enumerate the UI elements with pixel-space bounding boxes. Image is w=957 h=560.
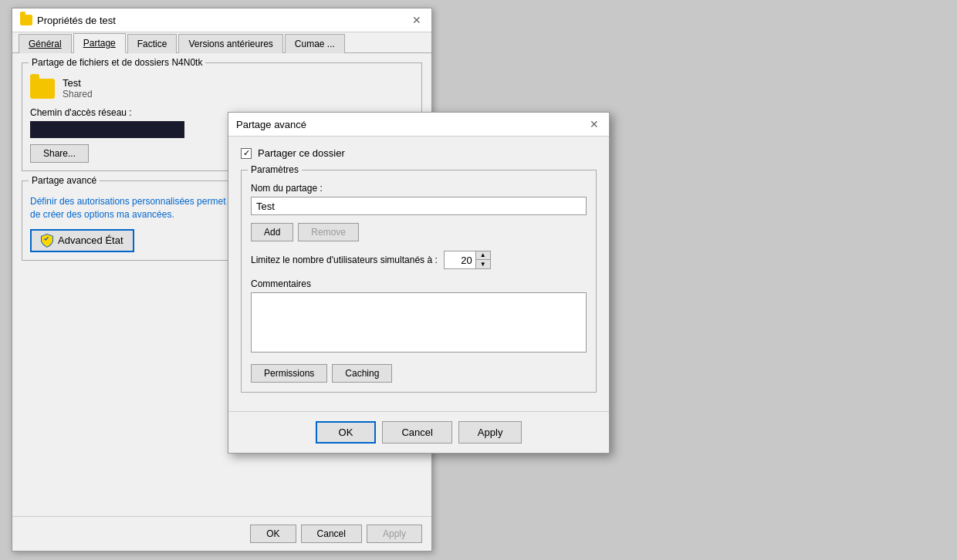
- share-button[interactable]: Share...: [30, 144, 89, 163]
- advanced-button[interactable]: Advanced État: [30, 229, 134, 252]
- perms-cache-row: Permissions Caching: [251, 364, 587, 383]
- remove-button[interactable]: Remove: [298, 223, 359, 241]
- folder-names: Test Shared: [63, 77, 93, 100]
- adv-apply-button[interactable]: Apply: [458, 421, 522, 444]
- checkbox-row: Partager ce dossier: [241, 147, 597, 159]
- share-folder-checkbox[interactable]: [241, 148, 252, 159]
- tabs-row: Général Partage Factice Versions antérie…: [12, 32, 431, 53]
- add-button[interactable]: Add: [251, 223, 293, 241]
- tab-general[interactable]: Général: [19, 34, 72, 53]
- add-remove-row: Add Remove: [251, 223, 587, 241]
- spin-up-button[interactable]: ▲: [476, 251, 490, 260]
- params-label: Paramètres: [248, 164, 302, 175]
- caching-button[interactable]: Caching: [332, 364, 392, 383]
- properties-titlebar: Propriétés de test ✕: [12, 8, 431, 32]
- folder-icon-small: [20, 15, 32, 25]
- sharing-section-label: Partage de fichiers et de dossiers N4N0t…: [29, 57, 205, 68]
- folder-name: Test: [63, 77, 93, 89]
- params-box: Paramètres Nom du partage : Add Remove L…: [241, 170, 597, 393]
- adv-ok-button[interactable]: OK: [316, 421, 377, 444]
- limit-row: Limitez le nombre d'utilisateurs simulta…: [251, 251, 587, 269]
- comments-textarea[interactable]: [251, 292, 587, 353]
- bg-dialog-buttons: OK Cancel Apply: [12, 516, 431, 551]
- advanced-section-label: Partage avancé: [29, 175, 100, 186]
- properties-close-button[interactable]: ✕: [410, 13, 424, 27]
- shield-icon: [41, 234, 53, 248]
- bg-apply-button[interactable]: Apply: [367, 525, 422, 543]
- spin-down-button[interactable]: ▼: [476, 260, 490, 268]
- advanced-dialog-buttons: OK Cancel Apply: [228, 411, 609, 453]
- share-folder-label: Partager ce dossier: [258, 147, 345, 159]
- tab-cumae[interactable]: Cumae ...: [285, 34, 345, 53]
- spinner-input[interactable]: [445, 251, 475, 268]
- share-name-input[interactable]: [251, 197, 587, 215]
- advanced-title: Partage avancé: [236, 119, 306, 130]
- tab-partage[interactable]: Partage: [73, 33, 126, 53]
- bg-cancel-button[interactable]: Cancel: [301, 525, 362, 543]
- tab-factice[interactable]: Factice: [127, 34, 178, 53]
- network-path: [30, 121, 184, 138]
- folder-row: Test Shared: [30, 77, 414, 100]
- nom-label: Nom du partage :: [251, 183, 587, 194]
- advanced-content: Partager ce dossier Paramètres Nom du pa…: [228, 137, 609, 411]
- spinner-buttons: ▲ ▼: [475, 251, 490, 268]
- folder-icon-large: [30, 79, 55, 99]
- properties-title: Propriétés de test: [37, 15, 116, 26]
- advanced-close-button[interactable]: ✕: [587, 117, 601, 131]
- spinner-container: ▲ ▼: [444, 251, 491, 269]
- tab-versions[interactable]: Versions antérieures: [178, 34, 282, 53]
- advanced-titlebar: Partage avancé ✕: [228, 113, 609, 137]
- adv-cancel-button[interactable]: Cancel: [382, 421, 451, 444]
- folder-sub: Shared: [63, 89, 93, 100]
- permissions-button[interactable]: Permissions: [251, 364, 327, 383]
- bg-ok-button[interactable]: OK: [250, 525, 296, 543]
- advanced-btn-label: Advanced État: [58, 234, 123, 246]
- title-left: Propriétés de test: [20, 15, 116, 26]
- comments-label: Commentaires: [251, 278, 587, 289]
- advanced-sharing-dialog: Partage avancé ✕ Partager ce dossier Par…: [228, 112, 610, 454]
- limit-label: Limitez le nombre d'utilisateurs simulta…: [251, 255, 438, 265]
